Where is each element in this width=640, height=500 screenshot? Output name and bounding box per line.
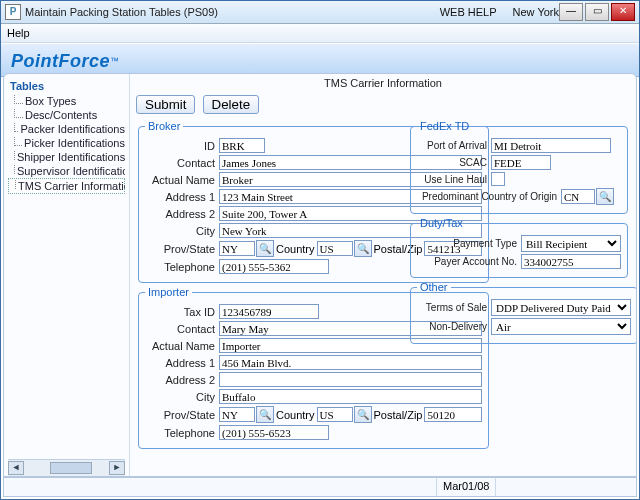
sidebar: Tables Box Types Desc/Contents Packer Id… [4,74,130,476]
sidebar-hscroll[interactable]: ◄ ► [8,459,125,476]
tree-item-shipper[interactable]: Shipper Identifications [8,150,125,164]
fedex-legend: FedEx TD [417,120,472,132]
fedex-group: FedEx TD Port of Arrival SCAC Use Line H… [410,120,628,214]
tree-item-supervisor[interactable]: Supervisor Identifications [8,164,125,178]
port-input[interactable] [491,138,611,153]
submit-button[interactable]: Submit [136,95,195,114]
lbl-ia1: Address 1 [145,357,219,369]
nondelivery-select[interactable]: Air [491,318,631,335]
lbl-actual: Actual Name [145,174,219,186]
tree-label: Supervisor Identifications [17,165,125,177]
lbl-linehaul: Use Line Haul [417,174,491,185]
location-link[interactable]: New York [513,6,559,18]
lbl-icountry: Country [276,409,315,421]
lbl-ptype: Payment Type [417,238,521,249]
lbl-terms: Terms of Sale [417,302,491,313]
lookup-icon[interactable]: 🔍 [596,188,614,205]
duty-legend: Duty/Tax [417,217,466,229]
broker-tel-input[interactable] [219,259,329,274]
close-button[interactable]: ✕ [611,3,635,21]
lbl-icontact: Contact [145,323,219,335]
other-group: Other Terms of SaleDDP Delivered Duty Pa… [410,281,636,344]
scac-input[interactable] [491,155,551,170]
brand-tm: ™ [110,56,119,66]
lbl-tax: Tax ID [145,306,219,318]
broker-id-input[interactable] [219,138,265,153]
importer-tel-input[interactable] [219,425,329,440]
lbl-origin: Predominant Country of Origin [417,191,561,202]
lbl-itel: Telephone [145,427,219,439]
lbl-nondeliv: Non-Delivery [417,321,491,332]
lbl-port: Port of Arrival [417,140,491,151]
lookup-icon[interactable]: 🔍 [354,240,372,257]
lbl-iprov: Prov/State [145,409,219,421]
help-menu[interactable]: Help [7,27,30,39]
lbl-id: ID [145,140,219,152]
lbl-ia2: Address 2 [145,374,219,386]
status-bar: Mar01/08 [3,477,637,497]
brand-name: PointForce [11,51,110,72]
importer-country-input[interactable] [317,407,353,422]
lbl-country: Country [276,243,315,255]
payment-type-select[interactable]: Bill Recipient [521,235,621,252]
lbl-contact: Contact [145,157,219,169]
titlebar: P Maintain Packing Station Tables (PS09)… [1,1,639,24]
scroll-left-icon[interactable]: ◄ [8,461,24,475]
scroll-right-icon[interactable]: ► [109,461,125,475]
lbl-a2: Address 2 [145,208,219,220]
broker-legend: Broker [145,120,183,132]
delete-button[interactable]: Delete [203,95,260,114]
broker-country-input[interactable] [317,241,353,256]
app-icon: P [5,4,21,20]
payer-input[interactable] [521,254,621,269]
lookup-icon[interactable]: 🔍 [256,240,274,257]
tree-label: Picker Identifications [24,137,125,149]
tree-item-packer[interactable]: Packer Identifications [8,122,125,136]
tree-label: TMS Carrier Information [18,180,125,192]
terms-select[interactable]: DDP Delivered Duty Paid [491,299,631,316]
linehaul-checkbox[interactable] [491,172,505,186]
lbl-city: City [145,225,219,237]
tree-label: Packer Identifications [20,123,125,135]
menubar: Help [1,24,639,43]
broker-prov-input[interactable] [219,241,255,256]
lookup-icon[interactable]: 🔍 [354,406,372,423]
tree-item-picker[interactable]: Picker Identifications [8,136,125,150]
lbl-a1: Address 1 [145,191,219,203]
scroll-thumb[interactable] [50,462,92,474]
lbl-scac: SCAC [417,157,491,168]
sidebar-title: Tables [10,80,125,92]
status-date: Mar01/08 [437,478,496,496]
tree-label: Shipper Identifications [17,151,125,163]
tree-item-box-types[interactable]: Box Types [8,94,125,108]
lookup-icon[interactable]: 🔍 [256,406,274,423]
other-legend: Other [417,281,451,293]
importer-tax-input[interactable] [219,304,319,319]
tree-item-tms-carrier[interactable]: TMS Carrier Information [8,178,125,194]
lbl-prov: Prov/State [145,243,219,255]
brand-banner: PointForce ™ [1,43,639,77]
window-title: Maintain Packing Station Tables (PS09) [25,6,424,18]
maximize-button[interactable]: ▭ [585,3,609,21]
tree: Box Types Desc/Contents Packer Identific… [8,94,125,459]
lbl-tel: Telephone [145,261,219,273]
origin-input[interactable] [561,189,595,204]
importer-prov-input[interactable] [219,407,255,422]
lbl-payer: Payer Account No. [417,256,521,267]
page-title: TMS Carrier Information [130,74,636,92]
tree-item-desc-contents[interactable]: Desc/Contents [8,108,125,122]
web-help-link[interactable]: WEB HELP [440,6,497,18]
minimize-button[interactable]: — [559,3,583,21]
lbl-iact: Actual Name [145,340,219,352]
lbl-icity: City [145,391,219,403]
tree-label: Box Types [25,95,76,107]
duty-group: Duty/Tax Payment TypeBill Recipient Paye… [410,217,628,278]
main-panel: TMS Carrier Information Submit Delete Br… [130,74,636,476]
importer-legend: Importer [145,286,192,298]
tree-label: Desc/Contents [25,109,97,121]
